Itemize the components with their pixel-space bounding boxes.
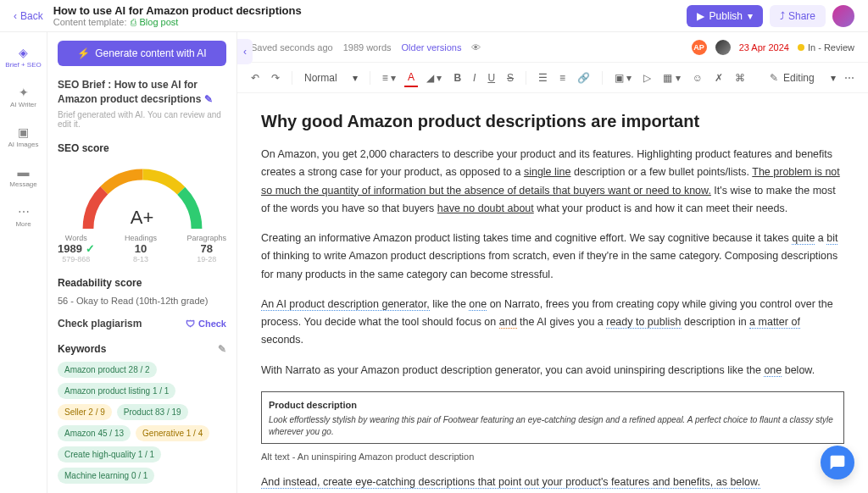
readability-label: Readability score bbox=[58, 277, 226, 289]
link-button[interactable]: 🔗 bbox=[574, 69, 593, 87]
plagiarism-label: Check plagiarism bbox=[58, 318, 142, 330]
message-icon: ▬ bbox=[0, 165, 47, 179]
example-box-1: Product description Look effortlessly st… bbox=[261, 391, 844, 445]
editing-mode-dropdown[interactable]: Editing ▾ bbox=[783, 72, 836, 84]
nav-brief-seo[interactable]: ◈Brief + SEO bbox=[0, 39, 47, 75]
stat-words: Words 1989 ✓ 579-868 bbox=[58, 234, 95, 263]
alt-text-1: Alt text - An uninspiring Amazon product… bbox=[261, 449, 844, 465]
sidebar: ⚡ Generate content with AI SEO Brief : H… bbox=[47, 32, 237, 493]
editor-toolbar: ↶ ↷ Normal ▾ ≡ ▾ A ◢ ▾ B I U S ☰ ≡ 🔗 ▣ ▾… bbox=[237, 63, 868, 93]
eye-icon[interactable]: 👁 bbox=[471, 42, 481, 53]
strike-button[interactable]: S bbox=[504, 69, 517, 87]
stat-paragraphs: Paragraphs 78 19-28 bbox=[186, 234, 226, 263]
status-dot-icon bbox=[798, 44, 804, 51]
paragraph-3: An AI product description generator, lik… bbox=[261, 296, 844, 350]
bold-button[interactable]: B bbox=[450, 69, 465, 87]
collapse-sidebar-button[interactable]: ‹ bbox=[237, 39, 253, 64]
edit-icon[interactable]: ✎ bbox=[204, 93, 213, 105]
keyword-pill[interactable]: Amazon product 28 / 2 bbox=[58, 362, 157, 378]
underline-button[interactable]: U bbox=[484, 69, 498, 87]
nav-more[interactable]: ⋯More bbox=[0, 198, 47, 235]
bullet-list-button[interactable]: ☰ bbox=[535, 69, 551, 87]
keyword-pill[interactable]: Create high-quality 1 / 1 bbox=[58, 446, 161, 463]
paragraph-5: And instead, create eye-catching descrip… bbox=[261, 474, 844, 491]
plagiarism-action[interactable]: Check bbox=[198, 319, 226, 329]
document-content[interactable]: Why good Amazon product descriptions are… bbox=[237, 93, 868, 493]
emoji-button[interactable]: ☺ bbox=[689, 69, 706, 87]
chat-button[interactable] bbox=[821, 446, 854, 479]
image-icon: ▣ bbox=[0, 125, 47, 139]
target-icon: ◈ bbox=[0, 46, 47, 59]
sparkle-icon: ✦ bbox=[0, 86, 47, 99]
nav-ai-writer[interactable]: ✦AI Writer bbox=[0, 79, 47, 115]
chevron-left-icon: ‹ bbox=[14, 10, 17, 22]
chat-icon bbox=[829, 454, 846, 471]
plagiarism-row[interactable]: Check plagiarism 🛡Check bbox=[58, 318, 226, 330]
keyword-pill[interactable]: Seller 2 / 9 bbox=[58, 404, 112, 420]
redo-button[interactable]: ↷ bbox=[268, 69, 283, 87]
nav-message[interactable]: ▬Message bbox=[0, 158, 47, 195]
keyword-pill[interactable]: Amazon 45 / 13 bbox=[58, 425, 131, 441]
keyword-pill[interactable]: Product 83 / 19 bbox=[117, 404, 188, 420]
paragraph-1: On Amazon, you get 2,000 characters to d… bbox=[261, 146, 844, 218]
user-avatar[interactable] bbox=[832, 5, 854, 27]
image-button[interactable]: ▣ ▾ bbox=[611, 69, 635, 87]
keyword-pill[interactable]: Machine learning 0 / 1 bbox=[58, 468, 154, 484]
keyword-pill[interactable]: Generative 1 / 4 bbox=[136, 425, 209, 441]
nav-ai-images[interactable]: ▣AI Images bbox=[0, 119, 47, 155]
template-name[interactable]: Blog post bbox=[140, 17, 179, 27]
pencil-icon: ✎ bbox=[770, 72, 778, 84]
generate-label: Generate content with AI bbox=[95, 47, 206, 59]
stat-headings: Headings 10 8-13 bbox=[125, 234, 157, 263]
document-status[interactable]: In - Review bbox=[798, 42, 854, 53]
keyword-pill[interactable]: Amazon product listing 1 / 1 bbox=[58, 383, 175, 399]
left-nav: ◈Brief + SEO ✦AI Writer ▣AI Images ▬Mess… bbox=[0, 32, 47, 493]
undo-button[interactable]: ↶ bbox=[248, 69, 263, 87]
play-icon: ▶ bbox=[697, 10, 704, 22]
code-button[interactable]: ⌘ bbox=[732, 69, 748, 87]
share-button[interactable]: ⤴ Share bbox=[770, 5, 826, 27]
brief-subtitle: Brief generated with AI. You can review … bbox=[58, 110, 226, 129]
keywords-label: Keywords bbox=[58, 343, 106, 355]
template-icon: ⎙ bbox=[131, 17, 136, 27]
editor-meta: Saved seconds ago 1989 words Older versi… bbox=[237, 32, 868, 63]
word-count: 1989 words bbox=[343, 42, 392, 53]
document-date[interactable]: 23 Apr 2024 bbox=[739, 42, 789, 53]
more-icon: ⋯ bbox=[0, 205, 47, 219]
pencil-icon[interactable]: ✎ bbox=[218, 343, 226, 355]
video-button[interactable]: ▷ bbox=[640, 69, 654, 87]
seo-score-label: SEO score bbox=[58, 142, 226, 154]
seo-grade: A+ bbox=[75, 207, 210, 229]
chevron-down-icon: ▾ bbox=[353, 72, 358, 84]
keywords-list: Amazon product 28 / 2Amazon product list… bbox=[58, 362, 226, 484]
share-icon: ⤴ bbox=[780, 10, 785, 22]
title-block: How to use AI for Amazon product decsrip… bbox=[53, 4, 302, 27]
collaborator-avatar-ap[interactable]: AP bbox=[692, 40, 707, 55]
highlight-button[interactable]: ◢ ▾ bbox=[423, 69, 445, 87]
text-color-button[interactable]: A bbox=[404, 69, 418, 87]
readability-value: 56 - Okay to Read (10th-12th grade) bbox=[58, 296, 226, 306]
back-label: Back bbox=[20, 10, 43, 22]
align-button[interactable]: ≡ ▾ bbox=[379, 69, 399, 87]
bolt-icon: ⚡ bbox=[77, 47, 90, 59]
brief-title: SEO Brief : How to use AI for Amazon pro… bbox=[58, 78, 226, 107]
template-label: Content template: bbox=[53, 17, 127, 27]
collaborator-avatar-2[interactable] bbox=[715, 40, 731, 55]
chevron-down-icon: ▾ bbox=[831, 72, 836, 84]
paragraph-2: Creating an informative Amazon product l… bbox=[261, 230, 844, 284]
editor: Saved seconds ago 1989 words Older versi… bbox=[237, 32, 868, 493]
table-button[interactable]: ▦ ▾ bbox=[659, 69, 683, 87]
page-title: How to use AI for Amazon product decsrip… bbox=[53, 4, 302, 17]
generate-content-button[interactable]: ⚡ Generate content with AI bbox=[58, 41, 226, 66]
publish-button[interactable]: ▶ Publish ▾ bbox=[687, 5, 763, 27]
format-dropdown[interactable]: Normal ▾ bbox=[301, 69, 361, 87]
ordered-list-button[interactable]: ≡ bbox=[556, 69, 569, 87]
back-button[interactable]: ‹ Back bbox=[14, 10, 43, 22]
more-menu-button[interactable]: ⋯ bbox=[841, 69, 858, 87]
clear-format-button[interactable]: ✗ bbox=[711, 69, 726, 87]
older-versions-link[interactable]: Older versions bbox=[402, 42, 462, 53]
seo-gauge: A+ bbox=[75, 161, 210, 229]
share-label: Share bbox=[788, 10, 815, 22]
italic-button[interactable]: I bbox=[470, 69, 479, 87]
saved-status: Saved seconds ago bbox=[251, 42, 333, 53]
